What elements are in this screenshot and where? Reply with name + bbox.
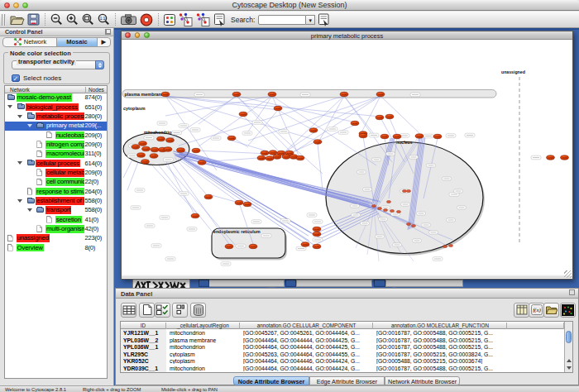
svg-text:f(x): f(x) <box>533 307 541 313</box>
svg-text:mitochondrion: mitochondrion <box>144 130 174 135</box>
svg-text:1:1: 1:1 <box>100 17 106 21</box>
svg-text:plasma membrane: plasma membrane <box>125 92 164 97</box>
svg-text:endoplasmic reticulum: endoplasmic reticulum <box>213 229 261 234</box>
svg-text:unassigned: unassigned <box>501 69 525 74</box>
svg-text:cytoplasm: cytoplasm <box>123 106 146 111</box>
svg-text:nucleus: nucleus <box>396 140 413 145</box>
